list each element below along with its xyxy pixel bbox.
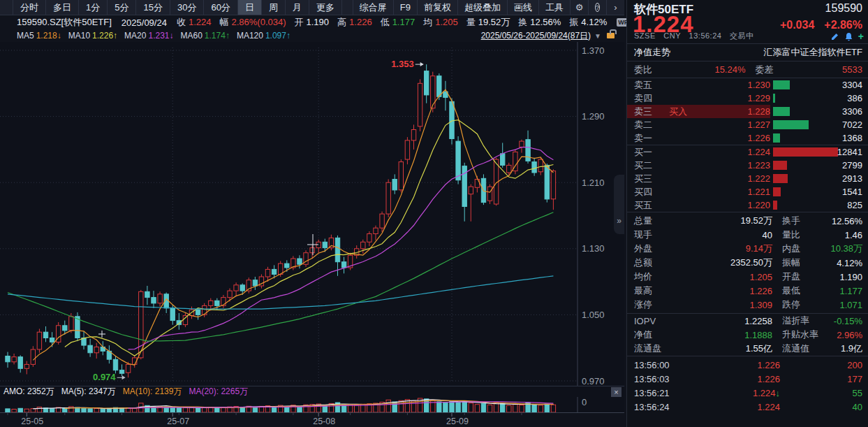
stat-label: 流通盘	[634, 342, 675, 355]
buy-level-price: 1.224	[704, 147, 770, 157]
currency-label: CNY	[663, 31, 681, 40]
tick-time: 13:56:03	[634, 374, 711, 384]
sell-level-row[interactable]: 卖一1.2261368	[627, 131, 868, 145]
ma-label: MA5	[17, 31, 34, 41]
candlestick-chart-svg[interactable]: 1.3701.2901.2101.1301.0500.9701.3530.974	[0, 42, 624, 386]
sell-volume-bar	[773, 80, 790, 89]
quote-header: 软件50ETF 159590 1.224 +0.034+2.86% SZSE C…	[627, 0, 868, 44]
buy-level-row[interactable]: 买三1.2222913	[627, 172, 868, 185]
buy-action-button[interactable]: 买入	[669, 106, 704, 118]
stat-value: -0.15%	[823, 316, 862, 326]
buy-level-label: 买一	[634, 146, 669, 159]
stat-label: 流通值	[772, 342, 823, 355]
sell-level-price: 1.227	[704, 120, 770, 130]
volume-chart-svg[interactable]: 0	[0, 397, 624, 412]
sell-level-left: 卖四1.229	[627, 92, 770, 105]
weicha-value: 5533	[790, 64, 863, 75]
price-change: +0.034+2.86%	[770, 19, 862, 31]
stat-label: 净值	[634, 328, 675, 341]
change-value: +0.034	[780, 19, 814, 31]
date-range-selector[interactable]: 2025/05/26-2025/09/24(87日)	[481, 30, 591, 42]
amo-item: AMO: 2352万	[3, 386, 54, 398]
svg-text:1.290: 1.290	[582, 111, 605, 122]
unlock-icon[interactable]	[607, 33, 615, 38]
quote-field-value: 19.52万	[478, 17, 510, 27]
tick-price: 1.224↓	[711, 388, 780, 398]
toolbar-tab-5分[interactable]: 5分	[108, 0, 136, 15]
toolbar-tab-月[interactable]: 月	[286, 0, 309, 15]
help-icon[interactable]: ?	[588, 0, 606, 15]
sell-order-book: 卖五1.2303304卖四1.229386卖三买入1.2283306卖二1.22…	[627, 78, 868, 145]
ma-label: MA120	[237, 31, 263, 41]
svg-text:0.974: 0.974	[93, 372, 116, 382]
buy-level-volume: 12841	[837, 146, 862, 158]
toolbar-action-前复权[interactable]: 前复权	[417, 0, 457, 15]
ma-indicator-bar: MA51.218↓MA101.226↑MA201.231↓MA601.174↑M…	[0, 29, 624, 42]
ma-value: 1.218↓	[36, 31, 61, 41]
toolbar-tab-60分[interactable]: 60分	[204, 0, 237, 15]
sell-level-price: 1.229	[704, 93, 770, 103]
sell-level-row[interactable]: 卖五1.2303304	[627, 78, 868, 92]
toolbar-action-工具[interactable]: 工具	[538, 0, 570, 15]
alert-bell-icon[interactable]	[844, 32, 853, 41]
sell-level-row[interactable]: 卖三买入1.2283306	[627, 105, 868, 118]
toolbar-tab-15分[interactable]: 15分	[136, 0, 170, 15]
tick-row: 13:56:241.22440	[627, 400, 868, 414]
ma-item-MA5: MA51.218↓	[17, 31, 61, 41]
chevron-right-icon[interactable]: ›	[606, 0, 624, 15]
buy-level-label: 买五	[634, 199, 669, 212]
tick-price: 1.226	[711, 374, 780, 384]
toolbar-tab-周[interactable]: 周	[262, 0, 286, 15]
sell-level-left: 卖二1.227	[627, 118, 770, 131]
stat-value: 1.2258	[675, 316, 772, 326]
settings-gear-icon[interactable]: ⚙	[570, 0, 588, 15]
ma-label: MA60	[181, 31, 203, 41]
svg-text:25-05: 25-05	[21, 417, 43, 426]
volume-pane[interactable]: 0	[0, 397, 624, 412]
stat-row: 流通盘1.55亿流通值1.9亿	[627, 342, 868, 356]
toolbar-tab-1分[interactable]: 1分	[79, 0, 108, 15]
toolbar-action-综合屏[interactable]: 综合屏	[353, 0, 393, 15]
change-percent: +2.86%	[824, 19, 862, 31]
main-candlestick-chart[interactable]: 1.3701.2901.2101.1301.0500.9701.3530.974	[0, 42, 624, 386]
tick-time: 13:56:24	[634, 402, 711, 412]
buy-level-row[interactable]: 买二1.2232799	[627, 159, 868, 172]
quote-field-label: 低	[381, 17, 390, 27]
ma-label: MA10	[68, 31, 90, 41]
quote-field-label: 收	[177, 17, 186, 27]
sell-bar-area: 3306	[770, 105, 862, 118]
toolbar-tab-日[interactable]: 日	[238, 0, 262, 15]
toolbar-tab-分时[interactable]: 分时	[13, 0, 46, 15]
buy-level-row[interactable]: 买一1.22412841	[627, 145, 868, 159]
ma-label: MA20	[124, 31, 146, 41]
sell-level-row[interactable]: 卖二1.2277022	[627, 118, 868, 131]
close-indicator-button[interactable]: ×	[611, 387, 621, 397]
buy-bar-area: 2913	[770, 172, 862, 185]
quote-field-value: 1.177	[392, 17, 415, 27]
toolbar-action-F9[interactable]: F9	[393, 0, 417, 15]
nav-row[interactable]: 净值走势 汇添富中证全指软件ETF	[627, 44, 868, 61]
stat-row: 最高1.226最低1.177	[627, 284, 868, 298]
buy-level-left: 买一1.224	[627, 145, 770, 159]
sell-level-row[interactable]: 卖四1.229386	[627, 92, 868, 105]
quote-field-收: 收1.224	[177, 16, 212, 29]
toolbar-tab-更多[interactable]: 更多	[309, 0, 342, 15]
toolbar-action-画线[interactable]: 画线	[507, 0, 538, 15]
add-plus-icon[interactable]: +	[858, 32, 864, 41]
buy-level-row[interactable]: 买五1.220825	[627, 198, 868, 212]
edit-pencil-icon[interactable]	[830, 32, 839, 41]
buy-level-row[interactable]: 买四1.2211541	[627, 185, 868, 198]
amo-item: MA(5): 2347万	[61, 386, 116, 398]
panel-collapse-handle[interactable]: »	[614, 175, 624, 234]
sell-level-volume: 3304	[842, 79, 862, 91]
dropdown-caret-icon[interactable]: ▼	[594, 32, 601, 40]
amo-item: MA(20): 2265万	[189, 386, 248, 398]
quote-field-value: 1.226	[349, 17, 372, 27]
quote-field-label: 幅	[219, 17, 228, 27]
toolbar-tab-多日[interactable]: 多日	[46, 0, 79, 15]
stat-row: IOPV1.2258溢折率-0.15%	[627, 314, 868, 328]
buy-volume-bar	[773, 147, 838, 157]
sell-level-price: 1.228	[704, 106, 770, 117]
toolbar-action-超级叠加[interactable]: 超级叠加	[457, 0, 507, 15]
toolbar-tab-30分[interactable]: 30分	[170, 0, 204, 15]
